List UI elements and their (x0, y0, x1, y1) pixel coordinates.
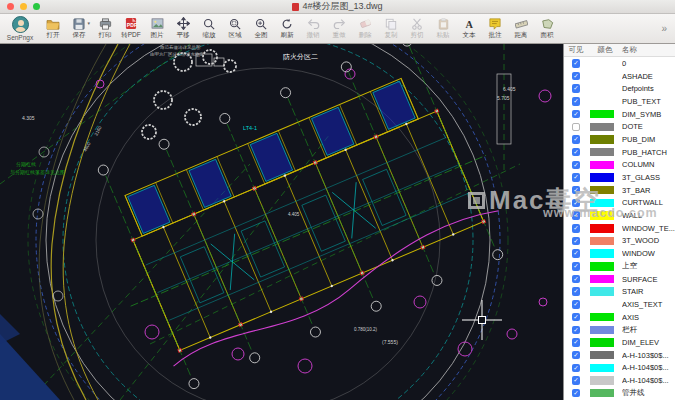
layer-color-swatch[interactable] (590, 300, 614, 309)
layer-color-swatch[interactable] (590, 376, 614, 385)
layer-row[interactable]: ✓STAIR (564, 285, 675, 298)
layer-row[interactable]: ✓WINDOW_TE... (564, 222, 675, 235)
layer-color-swatch[interactable] (590, 110, 614, 119)
layer-visibility-checkbox[interactable]: ✓ (572, 224, 581, 233)
layer-row[interactable]: ✓SURFACE (564, 273, 675, 286)
layer-color-swatch[interactable] (590, 249, 614, 258)
layer-color-swatch[interactable] (590, 199, 614, 208)
layer-visibility-checkbox[interactable]: ✓ (572, 84, 581, 93)
layer-row[interactable]: ✓上空 (564, 260, 675, 273)
layer-color-swatch[interactable] (590, 173, 614, 182)
layer-color-swatch[interactable] (590, 364, 614, 373)
layer-visibility-checkbox[interactable]: ✓ (572, 364, 581, 373)
layer-color-swatch[interactable] (590, 313, 614, 322)
layer-visibility-checkbox[interactable]: ✓ (572, 262, 581, 271)
layer-row[interactable]: ✓PUB_TEXT (564, 95, 675, 108)
layer-visibility-checkbox[interactable]: ✓ (572, 338, 581, 347)
user-account-button[interactable]: SenPngx (0, 14, 40, 43)
layer-visibility-checkbox[interactable]: ✓ (572, 300, 581, 309)
layer-visibility-checkbox[interactable]: ✓ (572, 72, 581, 81)
toolbar-button-image[interactable]: 图片 (144, 14, 170, 43)
toolbar-button-zoom-extents[interactable]: 全图 (248, 14, 274, 43)
layer-visibility-checkbox[interactable]: ✓ (572, 351, 581, 360)
toolbar-button-zoom-region[interactable]: 区域 (222, 14, 248, 43)
layer-row[interactable]: ✓管井线 (564, 387, 675, 400)
layer-row[interactable]: ✓3T_WOOD (564, 235, 675, 248)
layer-color-swatch[interactable] (590, 123, 614, 132)
layer-visibility-checkbox[interactable]: ✓ (572, 199, 581, 208)
layer-visibility-checkbox[interactable]: ✓ (572, 313, 581, 322)
layer-row[interactable]: ✓DIM_ELEV (564, 336, 675, 349)
layer-row[interactable]: ✓Defpoints (564, 82, 675, 95)
layer-visibility-checkbox[interactable]: ✓ (572, 389, 581, 398)
layer-color-swatch[interactable] (590, 389, 614, 398)
layer-row[interactable]: ✓COLUMN (564, 159, 675, 172)
layer-row[interactable]: ✓PUB_DIM (564, 133, 675, 146)
layer-color-swatch[interactable] (590, 287, 614, 296)
layer-color-swatch[interactable] (590, 135, 614, 144)
layer-visibility-checkbox[interactable]: ✓ (572, 376, 581, 385)
layer-row[interactable]: ✓A-H-104$0$... (564, 362, 675, 375)
layer-row[interactable]: ✓3T_BAR (564, 184, 675, 197)
toolbar-button-text[interactable]: A文本 (456, 14, 482, 43)
layer-visibility-checkbox[interactable]: ✓ (572, 59, 581, 68)
layer-row[interactable]: ✓PUB_HATCH (564, 146, 675, 159)
layer-visibility-checkbox[interactable]: ✓ (572, 275, 581, 284)
toolbar-button-pan[interactable]: 平移 (170, 14, 196, 43)
toolbar-button-save[interactable]: ▾保存 (66, 14, 92, 43)
toolbar-button-refresh[interactable]: 刷新 (274, 14, 300, 43)
layer-color-swatch[interactable] (590, 351, 614, 360)
layer-color-swatch[interactable] (590, 186, 614, 195)
layer-color-swatch[interactable] (590, 338, 614, 347)
layer-color-swatch[interactable] (590, 211, 614, 220)
close-button[interactable] (7, 3, 14, 10)
layer-visibility-checkbox[interactable]: ✓ (572, 110, 581, 119)
layer-row[interactable]: ✓DIM_SYMB (564, 108, 675, 121)
layer-row[interactable]: DOTE (564, 120, 675, 133)
layer-color-swatch[interactable] (590, 224, 614, 233)
layer-color-swatch[interactable] (590, 148, 614, 157)
layer-visibility-checkbox[interactable]: ✓ (572, 237, 581, 246)
layer-row[interactable]: ✓ASHADE (564, 70, 675, 83)
layer-visibility-checkbox[interactable]: ✓ (572, 135, 581, 144)
layer-visibility-checkbox[interactable]: ✓ (572, 211, 581, 220)
toolbar-button-distance[interactable]: 距离 (508, 14, 534, 43)
layer-visibility-checkbox[interactable]: ✓ (572, 173, 581, 182)
layer-visibility-checkbox[interactable]: ✓ (572, 186, 581, 195)
fullscreen-button[interactable] (33, 3, 40, 10)
layer-row[interactable]: ✓WINDOW (564, 247, 675, 260)
layer-visibility-checkbox[interactable]: ✓ (572, 287, 581, 296)
layer-visibility-checkbox[interactable]: ✓ (572, 249, 581, 258)
layer-color-swatch[interactable] (590, 237, 614, 246)
layer-visibility-checkbox[interactable]: ✓ (572, 148, 581, 157)
drawing-canvas[interactable]: 防火分区二路沿石做法详见总图由甲方厂区绿化带填充物定分期红线与分期红线落差详见总… (0, 44, 563, 400)
layer-color-swatch[interactable] (590, 161, 614, 170)
layer-color-swatch[interactable] (590, 97, 614, 106)
layer-color-swatch[interactable] (590, 275, 614, 284)
layer-color-swatch[interactable] (590, 72, 614, 81)
layer-color-swatch[interactable] (590, 262, 614, 271)
toolbar-button-note[interactable]: 批注 (482, 14, 508, 43)
toolbar-button-pdf[interactable]: PDF转PDF (118, 14, 144, 43)
layer-visibility-checkbox[interactable] (572, 123, 581, 132)
layer-row[interactable]: ✓A-H-103$0$... (564, 349, 675, 362)
layer-row[interactable]: ✓0 (564, 57, 675, 70)
layer-row[interactable]: ✓3T_GLASS (564, 171, 675, 184)
layer-color-swatch[interactable] (590, 84, 614, 93)
layer-row[interactable]: ✓CURTWALL (564, 197, 675, 210)
layer-visibility-checkbox[interactable]: ✓ (572, 326, 581, 335)
layer-row[interactable]: ✓WALL (564, 209, 675, 222)
layer-color-swatch[interactable] (590, 59, 614, 68)
minimize-button[interactable] (20, 3, 27, 10)
toolbar-overflow-button[interactable]: » (661, 23, 667, 34)
toolbar-button-zoom[interactable]: 缩放 (196, 14, 222, 43)
layer-color-swatch[interactable] (590, 326, 614, 335)
toolbar-button-print[interactable]: 打印 (92, 14, 118, 43)
layer-row[interactable]: ✓栏杆 (564, 323, 675, 336)
layer-visibility-checkbox[interactable]: ✓ (572, 97, 581, 106)
layer-visibility-checkbox[interactable]: ✓ (572, 161, 581, 170)
toolbar-button-open-folder[interactable]: 打开 (40, 14, 66, 43)
layer-row[interactable]: ✓AXIS_TEXT (564, 298, 675, 311)
toolbar-button-area[interactable]: 面积 (534, 14, 560, 43)
layer-row[interactable]: ✓A-H-104$0$... (564, 374, 675, 387)
